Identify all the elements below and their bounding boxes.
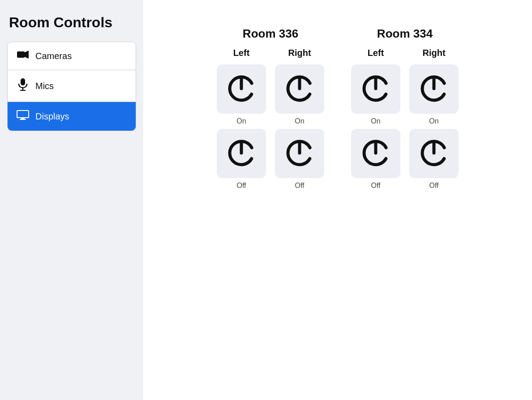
col-label-room-336-left: Left — [233, 48, 250, 58]
power-button-room-334-right-off[interactable] — [409, 129, 459, 178]
display-column-room-336-right: Right On Off — [275, 48, 324, 190]
power-label-room-336-left-on: On — [236, 117, 246, 125]
power-icon — [226, 73, 257, 106]
svg-rect-6 — [17, 111, 28, 117]
power-btn-wrapper-room-334-left-off: Off — [351, 129, 400, 190]
room-title-room-336: Room 336 — [243, 27, 298, 41]
power-label-room-334-right-on: On — [429, 117, 438, 125]
svg-rect-0 — [17, 51, 25, 58]
power-btn-wrapper-room-336-right-on: On — [275, 64, 324, 125]
power-label-room-334-left-off: Off — [371, 182, 380, 190]
main-content: Room 336Left On OffRight On OffRoom 334L… — [143, 0, 532, 400]
power-label-room-334-left-on: On — [371, 117, 380, 125]
svg-marker-1 — [25, 51, 29, 59]
power-label-room-336-right-off: Off — [295, 182, 304, 190]
room-columns-room-334: Left On OffRight On Off — [351, 48, 459, 190]
display-column-room-334-left: Left On Off — [351, 48, 400, 190]
sidebar-item-mics-label: Mics — [35, 81, 54, 91]
power-icon — [418, 137, 450, 170]
room-columns-room-336: Left On OffRight On Off — [217, 48, 324, 190]
power-btn-wrapper-room-334-right-off: Off — [409, 129, 459, 190]
power-btn-wrapper-room-336-left-off: Off — [217, 129, 266, 190]
power-btn-wrapper-room-336-left-on: On — [217, 64, 266, 125]
power-label-room-334-right-off: Off — [429, 182, 438, 190]
power-button-room-336-left-off[interactable] — [217, 129, 266, 178]
power-btn-wrapper-room-334-right-on: On — [409, 64, 459, 125]
power-button-room-334-right-on[interactable] — [409, 64, 459, 114]
camera-icon — [17, 50, 29, 62]
sidebar: Room Controls Cameras Mics — [0, 0, 143, 400]
power-icon — [226, 137, 257, 170]
col-label-room-334-left: Left — [368, 48, 384, 58]
nav-list: Cameras Mics — [7, 42, 136, 131]
power-btn-wrapper-room-336-right-off: Off — [275, 129, 324, 190]
power-button-room-336-left-on[interactable] — [217, 64, 266, 114]
power-icon — [360, 73, 391, 106]
power-btn-wrapper-room-334-left-on: On — [351, 64, 400, 125]
mic-icon — [17, 78, 29, 94]
power-button-room-334-left-on[interactable] — [351, 64, 400, 114]
room-title-room-334: Room 334 — [377, 27, 433, 41]
power-icon — [284, 137, 315, 170]
display-column-room-336-left: Left On Off — [217, 48, 266, 190]
power-label-room-336-left-off: Off — [236, 182, 246, 190]
display-icon — [17, 110, 29, 123]
sidebar-item-cameras-label: Cameras — [35, 51, 72, 61]
sidebar-title: Room Controls — [7, 14, 136, 31]
power-icon — [284, 73, 315, 106]
power-label-room-336-right-on: On — [295, 117, 304, 125]
room-section-room-334: Room 334Left On OffRight On Off — [351, 27, 459, 190]
sidebar-item-mics[interactable]: Mics — [8, 70, 136, 102]
display-column-room-334-right: Right On Off — [409, 48, 459, 190]
svg-rect-7 — [21, 118, 25, 119]
power-icon — [418, 73, 450, 106]
sidebar-item-displays-label: Displays — [35, 111, 69, 122]
room-section-room-336: Room 336Left On OffRight On Off — [217, 27, 324, 190]
power-button-room-336-right-on[interactable] — [275, 64, 324, 114]
svg-rect-2 — [21, 78, 25, 85]
power-button-room-336-right-off[interactable] — [275, 129, 324, 178]
svg-rect-8 — [20, 119, 26, 120]
sidebar-item-cameras[interactable]: Cameras — [8, 42, 136, 70]
col-label-room-334-right: Right — [422, 48, 445, 58]
sidebar-item-displays[interactable]: Displays — [8, 102, 136, 131]
power-icon — [360, 137, 391, 170]
col-label-room-336-right: Right — [288, 48, 311, 58]
power-button-room-334-left-off[interactable] — [351, 129, 400, 178]
rooms-container: Room 336Left On OffRight On OffRoom 334L… — [166, 27, 510, 190]
